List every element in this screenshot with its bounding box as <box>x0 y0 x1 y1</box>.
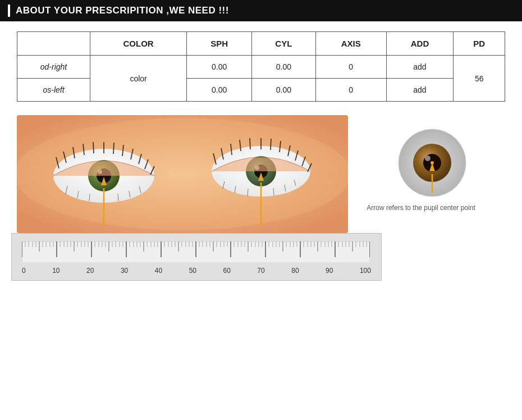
ruler-num-90: 90 <box>326 267 333 275</box>
ruler-num-30: 30 <box>121 267 128 275</box>
od-axis: 0 <box>315 56 386 79</box>
svg-line-37 <box>271 139 271 150</box>
os-add: add <box>386 79 454 102</box>
ruler-svg: // This won't run inside SVG in most bro… <box>22 241 370 263</box>
os-sph: 0.00 <box>187 79 252 102</box>
arrow-caption: Arrow refers to the pupil center point <box>359 204 483 212</box>
pd-cell: 56 <box>454 56 505 102</box>
header-title: ABOUT YOUR PRESCRIPITION ,WE NEED !!! <box>16 5 229 16</box>
col-header-empty <box>17 32 90 56</box>
ruler-num-60: 60 <box>223 267 230 275</box>
col-header-sph: SPH <box>187 32 252 56</box>
col-header-pd: PD <box>454 32 505 56</box>
svg-line-35 <box>250 138 250 149</box>
eye-diagram-svg <box>396 126 469 199</box>
eye-svg <box>17 115 348 233</box>
prescription-table-section: COLOR SPH CYL AXIS ADD PD od-right color… <box>0 31 522 102</box>
eye-diagram-container <box>396 126 469 199</box>
header-accent <box>8 4 10 17</box>
ruler-num-0: 0 <box>22 267 26 275</box>
od-add: add <box>386 56 454 79</box>
header-bar: ABOUT YOUR PRESCRIPITION ,WE NEED !!! <box>0 0 522 21</box>
col-header-add: ADD <box>386 32 454 56</box>
side-info-column: Arrow refers to the pupil center point <box>348 115 505 212</box>
svg-point-160 <box>431 161 434 165</box>
ruler-num-80: 80 <box>291 267 299 275</box>
eye-photo-column: // This won't run inside SVG in most bro… <box>17 115 348 281</box>
os-cyl: 0.00 <box>251 79 315 102</box>
ruler-num-50: 50 <box>189 267 196 275</box>
ruler-num-10: 10 <box>52 267 59 275</box>
color-cell: color <box>90 56 187 102</box>
svg-line-12 <box>113 143 114 154</box>
ruler-num-70: 70 <box>257 267 264 275</box>
svg-point-157 <box>425 156 431 161</box>
od-cyl: 0.00 <box>251 56 315 79</box>
od-label: od-right <box>17 56 90 79</box>
ruler-num-20: 20 <box>86 267 94 275</box>
prescription-table: COLOR SPH CYL AXIS ADD PD od-right color… <box>17 31 505 102</box>
ruler-numbers: 0 10 20 30 40 50 60 70 80 90 100 <box>22 264 371 275</box>
od-sph: 0.00 <box>187 56 252 79</box>
os-axis: 0 <box>315 79 386 102</box>
bottom-section: // This won't run inside SVG in most bro… <box>0 115 522 281</box>
svg-line-10 <box>93 142 94 153</box>
eye-image <box>17 115 348 233</box>
ruler-num-40: 40 <box>155 267 162 275</box>
col-header-cyl: CYL <box>251 32 315 56</box>
ruler-wrap: // This won't run inside SVG in most bro… <box>11 233 382 281</box>
table-row-od: od-right color 0.00 0.00 0 add 56 <box>17 56 505 79</box>
col-header-color: COLOR <box>90 32 187 56</box>
os-label: os-left <box>17 79 90 102</box>
col-header-axis: AXIS <box>315 32 386 56</box>
ruler-num-100: 100 <box>360 267 371 275</box>
